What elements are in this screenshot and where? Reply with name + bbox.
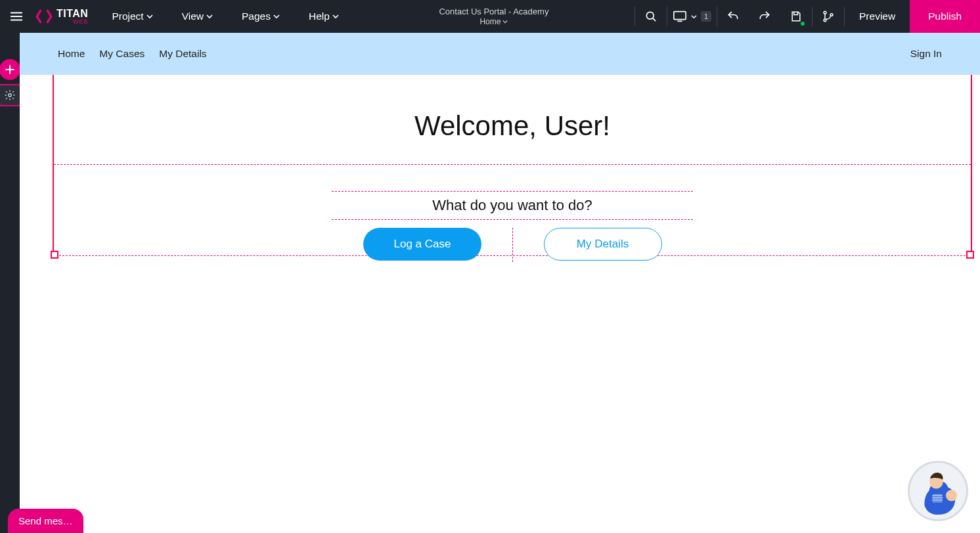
chevron-down-icon: [502, 19, 508, 24]
preview-label: Preview: [859, 11, 895, 22]
nav-my-cases[interactable]: My Cases: [99, 48, 145, 60]
chevron-down-icon: [273, 11, 280, 22]
brand-logo: TITAN WEB: [33, 0, 97, 33]
add-element-button[interactable]: [0, 59, 20, 80]
menu-project-label: Project: [112, 11, 143, 22]
chevron-down-icon: [206, 11, 213, 22]
button-cell-left: Log a Case: [332, 228, 512, 262]
menu-help-label: Help: [309, 11, 330, 22]
prompt-heading[interactable]: What do you want to do?: [332, 191, 693, 220]
chevron-down-icon: [691, 14, 697, 20]
svg-rect-1: [674, 12, 686, 20]
chevron-down-icon: [146, 11, 153, 22]
nav-home[interactable]: Home: [58, 48, 85, 60]
button-cell-right: My Details: [512, 228, 692, 262]
search-button[interactable]: [635, 0, 667, 33]
settings-button[interactable]: [0, 84, 21, 106]
nav-sign-in[interactable]: Sign In: [910, 48, 942, 60]
desktop-icon: [673, 10, 687, 23]
undo-icon: [726, 10, 740, 23]
nav-my-details[interactable]: My Details: [159, 48, 206, 60]
editor-canvas[interactable]: Home My Cases My Details Sign In Welcome…: [20, 33, 980, 533]
menu-view-label: View: [182, 11, 204, 22]
search-icon: [644, 10, 657, 23]
chat-label: Send mes…: [18, 515, 73, 526]
version-button[interactable]: [813, 0, 844, 33]
project-name: Contact Us Portal - Academy: [439, 7, 548, 17]
redo-button[interactable]: [749, 0, 780, 33]
chevron-down-icon: [332, 11, 339, 22]
my-details-label: My Details: [577, 238, 629, 251]
save-button[interactable]: [780, 0, 812, 33]
publish-label: Publish: [928, 11, 962, 22]
hamburger-icon: [9, 9, 24, 24]
svg-point-5: [9, 94, 12, 97]
menu-project[interactable]: Project: [97, 0, 167, 33]
logo-mark-icon: [35, 8, 53, 25]
site-nav: Home My Cases My Details Sign In: [20, 33, 980, 75]
mascot-icon: [910, 463, 966, 519]
menu-view[interactable]: View: [167, 0, 227, 33]
undo-button[interactable]: [717, 0, 749, 33]
svg-point-4: [830, 14, 833, 16]
top-toolbar: TITAN WEB Project View Pages Help Contac…: [0, 0, 980, 33]
menu-toggle-button[interactable]: [0, 0, 33, 33]
publish-button[interactable]: Publish: [910, 0, 980, 33]
left-sidebar: [0, 33, 20, 533]
section-divider: [54, 164, 971, 165]
brand-name: TITAN: [56, 9, 88, 19]
gear-icon: [4, 89, 16, 101]
main-menu: Project View Pages Help: [97, 0, 353, 33]
menu-pages[interactable]: Pages: [227, 0, 294, 33]
device-count-badge: 1: [701, 11, 711, 22]
selected-section[interactable]: Welcome, User! What do you want to do? L…: [53, 75, 972, 256]
brand-sub: WEB: [73, 19, 89, 25]
log-case-button[interactable]: Log a Case: [363, 228, 481, 261]
device-selector[interactable]: 1: [667, 0, 717, 33]
preview-button[interactable]: Preview: [845, 0, 910, 33]
chat-widget[interactable]: Send mes…: [8, 509, 83, 533]
log-case-label: Log a Case: [394, 238, 451, 251]
help-mascot-button[interactable]: [908, 461, 968, 521]
project-page: Home: [479, 17, 501, 26]
welcome-heading[interactable]: Welcome, User!: [54, 77, 971, 164]
project-title-dropdown[interactable]: Contact Us Portal - Academy Home: [412, 0, 575, 33]
redo-icon: [758, 10, 771, 23]
plus-icon: [4, 64, 16, 75]
svg-point-2: [824, 11, 826, 14]
branch-icon: [822, 10, 835, 23]
my-details-button[interactable]: My Details: [544, 228, 662, 261]
svg-point-3: [824, 19, 826, 22]
menu-help[interactable]: Help: [294, 0, 353, 33]
save-status-dot: [800, 21, 805, 26]
menu-pages-label: Pages: [242, 11, 271, 22]
button-row: Log a Case My Details: [54, 228, 971, 262]
